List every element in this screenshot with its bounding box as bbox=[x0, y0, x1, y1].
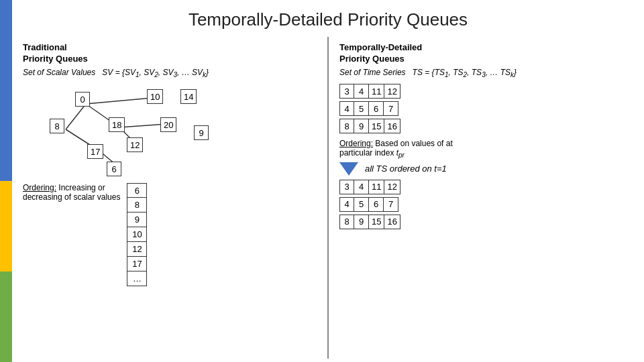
arrow-down-icon bbox=[339, 162, 358, 176]
ts-boxes-2: 4 5 6 7 bbox=[339, 101, 398, 116]
ts-boxes-3: 8 9 15 16 bbox=[339, 119, 400, 133]
main-content: Temporally-Detailed Priority Queues Trad… bbox=[12, 0, 644, 362]
sorted-item-17: 17 bbox=[127, 257, 147, 272]
node-8: 8 bbox=[50, 119, 64, 133]
right-formula: Set of Time Series TS = {TS1, TS2, TS3, … bbox=[339, 68, 633, 78]
two-columns: TraditionalPriority Queues Set of Scalar… bbox=[12, 37, 644, 359]
ordering-section: Ordering: Increasing ordecreasing of sca… bbox=[23, 180, 317, 286]
node-14: 14 bbox=[180, 89, 197, 104]
ts-sorted-boxes-1: 3 4 11 12 bbox=[339, 180, 400, 194]
ts-sorted-area: 3 4 11 12 4 5 6 7 8 bbox=[339, 180, 633, 229]
sorted-item-6: 6 bbox=[127, 183, 147, 198]
node-0: 0 bbox=[75, 92, 90, 107]
right-col-header: Temporally-DetailedPriority Queues bbox=[339, 42, 633, 65]
tss1-v4: 12 bbox=[384, 180, 400, 194]
left-bar-blue bbox=[0, 0, 12, 181]
tss2-v1: 4 bbox=[339, 197, 354, 212]
ts3-v3: 15 bbox=[369, 119, 384, 133]
ts2-v4: 7 bbox=[384, 101, 398, 116]
ts-unsorted-area: 3 4 11 12 4 5 6 7 8 bbox=[339, 84, 633, 133]
ts-row-3: 8 9 15 16 bbox=[339, 119, 633, 133]
all-ts-label: all TS ordered on t=1 bbox=[365, 164, 447, 174]
ts3-v1: 8 bbox=[339, 119, 354, 133]
sorted-item-8: 8 bbox=[127, 198, 147, 213]
ts1-v4: 12 bbox=[384, 84, 400, 99]
ts1-v2: 4 bbox=[354, 84, 369, 99]
tss1-v2: 4 bbox=[354, 180, 369, 194]
tss2-v2: 5 bbox=[354, 197, 369, 212]
node-9: 9 bbox=[194, 125, 209, 140]
ts-sorted-row-1: 3 4 11 12 bbox=[339, 180, 633, 194]
ts-boxes-1: 3 4 11 12 bbox=[339, 84, 400, 99]
ts-row-2: 4 5 6 7 bbox=[339, 101, 633, 116]
left-bar-yellow bbox=[0, 181, 12, 272]
ts-row-1: 3 4 11 12 bbox=[339, 84, 633, 99]
ts1-v3: 11 bbox=[369, 84, 384, 99]
right-ordering-text: Ordering: Based on values of at particul… bbox=[339, 139, 633, 159]
tss1-v3: 11 bbox=[369, 180, 384, 194]
ts-sorted-boxes-3: 8 9 15 16 bbox=[339, 215, 400, 229]
right-ordering-underline: Ordering: bbox=[339, 139, 373, 148]
tss2-v4: 7 bbox=[384, 197, 398, 212]
node-17: 17 bbox=[87, 144, 103, 159]
ts2-v2: 5 bbox=[354, 101, 369, 116]
ts2-v1: 4 bbox=[339, 101, 354, 116]
sorted-list: 6 8 9 10 12 17 … bbox=[127, 183, 147, 286]
ts3-v4: 16 bbox=[384, 119, 400, 133]
arrow-row: all TS ordered on t=1 bbox=[339, 162, 633, 176]
svg-line-5 bbox=[119, 124, 166, 127]
node-10: 10 bbox=[147, 89, 163, 104]
tss3-v1: 8 bbox=[339, 215, 354, 229]
tss1-v1: 3 bbox=[339, 180, 354, 194]
node-18: 18 bbox=[109, 117, 125, 132]
svg-line-2 bbox=[66, 104, 86, 129]
right-column: Temporally-DetailedPriority Queues Set o… bbox=[329, 37, 644, 359]
tss2-v3: 6 bbox=[369, 197, 384, 212]
ordering-underline: Ordering: bbox=[23, 183, 56, 192]
page-title: Temporally-Detailed Priority Queues bbox=[12, 0, 644, 37]
ts-sorted-boxes-2: 4 5 6 7 bbox=[339, 197, 398, 212]
sorted-item-10: 10 bbox=[127, 227, 147, 242]
ts-sorted-row-3: 8 9 15 16 bbox=[339, 215, 633, 229]
left-formula: Set of Scalar Values SV = {SV1, SV2, SV3… bbox=[23, 68, 317, 78]
ts1-v1: 3 bbox=[339, 84, 354, 99]
left-bar-green bbox=[0, 272, 12, 362]
ts2-v3: 6 bbox=[369, 101, 384, 116]
sorted-item-9: 9 bbox=[127, 213, 147, 227]
ts3-v2: 9 bbox=[354, 119, 369, 133]
left-diagram: 0 8 18 10 14 17 12 20 9 6 bbox=[30, 84, 317, 178]
sorted-item-12: 12 bbox=[127, 242, 147, 257]
tss3-v3: 15 bbox=[369, 215, 384, 229]
left-col-header: TraditionalPriority Queues bbox=[23, 42, 317, 65]
node-12: 12 bbox=[127, 137, 143, 152]
ordering-label: Ordering: Increasing ordecreasing of sca… bbox=[23, 183, 120, 202]
tss3-v2: 9 bbox=[354, 215, 369, 229]
ts-sorted-row-2: 4 5 6 7 bbox=[339, 197, 633, 212]
left-column: TraditionalPriority Queues Set of Scalar… bbox=[12, 37, 329, 359]
sorted-item-ellipsis: … bbox=[127, 272, 147, 286]
node-20: 20 bbox=[160, 117, 176, 132]
tss3-v4: 16 bbox=[384, 215, 400, 229]
node-6: 6 bbox=[107, 162, 121, 176]
